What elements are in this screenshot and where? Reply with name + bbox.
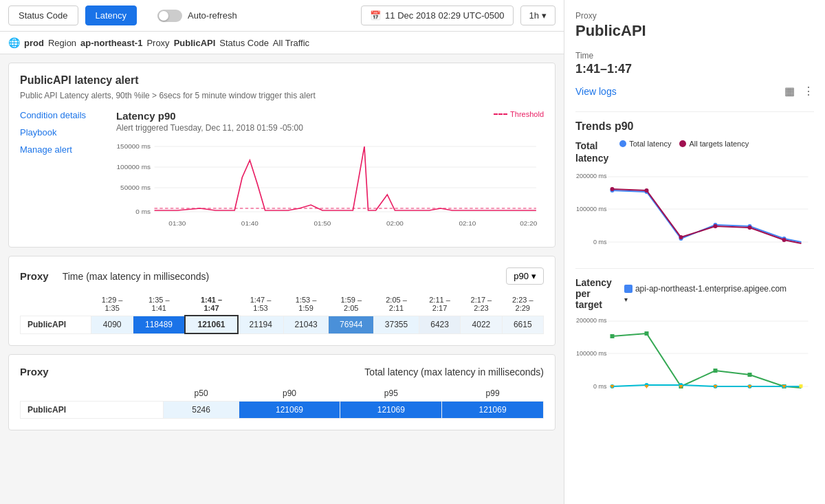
total-latency-label: Totallatency — [575, 140, 608, 164]
col-1-header: 1:29 –1:35 — [91, 293, 133, 316]
legend-all-targets: All targets latency — [679, 140, 749, 148]
proxy-name-cell: PublicAPI — [21, 316, 91, 333]
view-logs-link[interactable]: View logs — [575, 86, 617, 97]
breadcrumb-region: ap-northeast-1 — [80, 38, 142, 48]
svg-text:100000 ms: 100000 ms — [576, 350, 607, 357]
target-name: api-ap-northeast-1.enterprise.apigee.com — [635, 284, 786, 294]
total-latency-title: Total latency (max latency in millisecon… — [364, 366, 544, 377]
percentile-selector[interactable]: p90 ▾ — [506, 267, 544, 285]
breadcrumb-status: All Traffic — [273, 38, 309, 48]
manage-alert-link[interactable]: Manage alert — [20, 144, 102, 155]
total-latency-row: PublicAPI 5246 121069 121069 121069 — [21, 402, 544, 419]
chart-title: Latency p90 — [116, 110, 544, 122]
col-3-header: 1:41 –1:47 — [185, 293, 238, 316]
latency-per-target-section: Latencypertarget api-ap-northeast-1.ente… — [575, 277, 814, 399]
breadcrumb-proxy-label: Proxy — [146, 38, 169, 48]
svg-rect-43 — [748, 373, 752, 377]
value-cell-4[interactable]: 21194 — [238, 316, 283, 333]
proxy-table-header: Proxy Time (max latency in milliseconds)… — [20, 267, 544, 285]
playbook-link[interactable]: Playbook — [20, 127, 102, 138]
svg-text:02:10: 02:10 — [459, 219, 476, 226]
svg-text:0 ms: 0 ms — [593, 239, 607, 245]
header-bar: Status Code Latency Auto-refresh 📅 11 De… — [0, 0, 564, 32]
proxy-col-2: Proxy — [20, 366, 49, 377]
table-row: PublicAPI 4090 118489 121061 21194 21043… — [21, 316, 544, 333]
threshold-label: Threshold — [494, 110, 544, 118]
value-cell-6[interactable]: 76944 — [329, 316, 374, 333]
tab-latency[interactable]: Latency — [85, 6, 138, 25]
svg-text:01:40: 01:40 — [241, 219, 258, 226]
svg-text:200000 ms: 200000 ms — [576, 317, 607, 324]
col-9-header: 2:17 –2:23 — [461, 293, 502, 316]
p90-header: p90 — [239, 386, 340, 402]
value-cell-10[interactable]: 6615 — [502, 316, 543, 333]
col-8-header: 2:11 –2:17 — [419, 293, 460, 316]
total-latency-header-right: Totallatency Total latency All targets l… — [575, 140, 814, 164]
svg-text:02:00: 02:00 — [386, 219, 404, 226]
svg-rect-39 — [610, 334, 615, 338]
target-dropdown[interactable]: ▾ — [624, 296, 628, 303]
svg-point-28 — [645, 188, 649, 193]
legend-total: Total latency — [619, 140, 671, 148]
value-cell-8[interactable]: 6423 — [419, 316, 460, 333]
svg-rect-57 — [800, 384, 803, 388]
p50-header: p50 — [164, 386, 239, 402]
target-chart-svg: 200000 ms 100000 ms 0 ms — [575, 314, 814, 397]
alert-links: Condition details Playbook Manage alert — [20, 110, 102, 236]
svg-text:200000 ms: 200000 ms — [576, 173, 607, 179]
calendar-icon: 📅 — [370, 10, 381, 21]
legend: Total latency All targets latency — [619, 140, 749, 148]
proxy-col-header — [21, 293, 91, 316]
value-cell-5[interactable]: 21043 — [283, 316, 329, 333]
trends-title: Trends p90 — [575, 120, 814, 133]
alert-desc: Public API Latency alerts, 90th %ile > 6… — [20, 91, 544, 100]
more-options-icon[interactable]: ⋮ — [803, 85, 814, 98]
globe-icon: 🌐 — [8, 37, 20, 48]
date-value: 11 Dec 2018 02:29 UTC-0500 — [385, 10, 504, 21]
value-cell-1[interactable]: 4090 — [91, 316, 133, 333]
time-range-value: 1h — [529, 10, 539, 21]
svg-text:100000 ms: 100000 ms — [117, 163, 151, 170]
value-cell-7[interactable]: 37355 — [374, 316, 419, 333]
proxy-data-table: 1:29 –1:35 1:35 –1:41 1:41 –1:47 1:47 –1… — [20, 293, 544, 334]
legend-total-label: Total latency — [629, 140, 671, 148]
condition-details-link[interactable]: Condition details — [20, 110, 102, 120]
total-p99: 121069 — [442, 402, 544, 419]
value-cell-2[interactable]: 118489 — [133, 316, 185, 333]
p99-header: p99 — [442, 386, 544, 402]
tab-status-code[interactable]: Status Code — [8, 6, 78, 25]
panel-icons: ▦ ⋮ — [784, 85, 814, 98]
svg-point-32 — [782, 238, 786, 242]
value-cell-9[interactable]: 4022 — [461, 316, 502, 333]
alert-card: PublicAPI latency alert Public API Laten… — [8, 63, 556, 248]
percentile-button[interactable]: p90 ▾ — [506, 267, 544, 285]
svg-rect-42 — [714, 369, 718, 373]
time-header: Time (max latency in milliseconds) — [63, 271, 209, 282]
total-p50: 5246 — [164, 402, 239, 419]
auto-refresh-container: Auto-refresh — [157, 10, 237, 22]
auto-refresh-toggle[interactable] — [157, 10, 182, 22]
chevron-down-icon: ▾ — [531, 271, 536, 281]
right-panel: Proxy PublicAPI Time 1:41–1:47 View logs… — [564, 0, 825, 504]
proxy-name: PublicAPI — [575, 22, 814, 40]
value-cell-3-selected[interactable]: 121061 — [185, 316, 238, 333]
proxy-table-title: Proxy — [20, 270, 49, 282]
time-range-picker[interactable]: 1h ▾ — [520, 6, 556, 25]
total-latency-table: p50 p90 p95 p99 PublicAPI 5246 121069 12… — [20, 386, 544, 419]
target-info: api-ap-northeast-1.enterprise.apigee.com… — [624, 284, 786, 304]
svg-point-27 — [610, 187, 615, 191]
latency-chart-svg: 150000 ms 100000 ms 50000 ms 0 ms 01:30 — [116, 140, 544, 236]
chart-wrapper: 150000 ms 100000 ms 50000 ms 0 ms 01:30 — [116, 140, 544, 236]
latency-per-target-label: Latencypertarget — [575, 277, 612, 310]
auto-refresh-label: Auto-refresh — [188, 10, 237, 21]
svg-text:150000 ms: 150000 ms — [117, 142, 151, 149]
breadcrumb-status-label: Status Code — [219, 38, 269, 48]
proxy-table-card: Proxy Time (max latency in milliseconds)… — [8, 256, 556, 346]
total-p90: 121069 — [239, 402, 340, 419]
legend-dot-total — [619, 140, 626, 147]
date-picker[interactable]: 📅 11 Dec 2018 02:29 UTC-0500 — [361, 6, 513, 25]
col-10-header: 2:23 –2:29 — [502, 293, 543, 316]
svg-text:01:30: 01:30 — [168, 219, 186, 226]
chart-icon[interactable]: ▦ — [784, 85, 795, 98]
trends-chart-svg: 200000 ms 100000 ms 0 ms — [575, 170, 814, 252]
